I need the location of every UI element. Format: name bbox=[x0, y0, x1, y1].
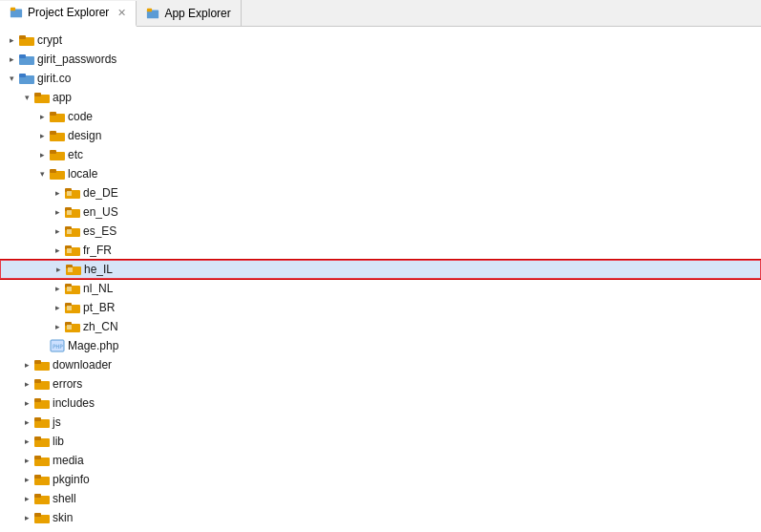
tree-item-code[interactable]: code bbox=[0, 107, 761, 126]
tree-arrow-shell[interactable] bbox=[19, 491, 34, 506]
tree-arrow-app[interactable] bbox=[19, 90, 34, 105]
tree-icon-nl_NL bbox=[65, 282, 80, 295]
tree-item-pt_BR[interactable]: pt_BR bbox=[0, 298, 761, 317]
tree-label-js: js bbox=[53, 415, 61, 429]
tree-item-downloader[interactable]: downloader bbox=[0, 355, 761, 374]
svg-rect-42 bbox=[67, 306, 72, 310]
svg-rect-22 bbox=[67, 191, 72, 196]
svg-rect-49 bbox=[34, 360, 41, 364]
tree-icon-lib bbox=[34, 435, 50, 448]
tree-label-app: app bbox=[53, 91, 72, 104]
tree-arrow-skin[interactable] bbox=[19, 510, 34, 525]
tree-item-shell[interactable]: shell bbox=[0, 489, 761, 508]
tree-item-errors[interactable]: errors bbox=[0, 374, 761, 394]
tree-item-girit.co[interactable]: girit.co bbox=[0, 69, 761, 88]
tree-icon-girit_passwords bbox=[19, 53, 34, 66]
tree-item-app[interactable]: app bbox=[0, 88, 761, 107]
tree-item-etc[interactable]: etc bbox=[0, 145, 761, 164]
svg-rect-28 bbox=[67, 229, 72, 234]
tree-icon-crypt bbox=[19, 33, 34, 47]
tree-item-media[interactable]: media bbox=[0, 451, 761, 470]
tree-arrow-lib[interactable] bbox=[19, 434, 34, 449]
tab-bar: Project Explorer ✕ App Explorer bbox=[0, 0, 761, 27]
tree-arrow-nl_NL[interactable] bbox=[50, 281, 65, 296]
tree-arrow-design[interactable] bbox=[34, 128, 50, 143]
tree-label-includes: includes bbox=[53, 396, 95, 410]
tree-arrow-locale[interactable] bbox=[34, 166, 50, 181]
tab-project-explorer-label: Project Explorer bbox=[28, 6, 109, 19]
tree-arrow-downloader[interactable] bbox=[19, 357, 34, 372]
tree-icon-errors bbox=[34, 377, 50, 391]
svg-rect-19 bbox=[50, 169, 56, 173]
tree-item-Mage.php[interactable]: PHP Mage.php bbox=[0, 336, 761, 355]
tree-label-zh_CN: zh_CN bbox=[83, 320, 118, 333]
tree-arrow-he_IL[interactable] bbox=[51, 262, 66, 277]
svg-rect-13 bbox=[50, 112, 56, 116]
tree-label-girit_passwords: girit_passwords bbox=[37, 53, 116, 66]
tree-item-lib[interactable]: lib bbox=[0, 432, 761, 451]
tree-arrow-zh_CN[interactable] bbox=[50, 319, 65, 334]
tree-icon-zh_CN bbox=[65, 320, 80, 333]
tree-label-code: code bbox=[68, 110, 93, 123]
tree-arrow-includes[interactable] bbox=[19, 395, 34, 411]
svg-rect-57 bbox=[34, 436, 41, 440]
tree-icon-fr_FR bbox=[65, 244, 80, 257]
tree-label-crypt: crypt bbox=[37, 33, 62, 47]
svg-rect-39 bbox=[67, 287, 72, 291]
tree-item-var[interactable]: var bbox=[0, 527, 761, 532]
tree-item-nl_NL[interactable]: nl_NL bbox=[0, 279, 761, 298]
tree-arrow-code[interactable] bbox=[34, 109, 50, 124]
tree-arrow-es_ES[interactable] bbox=[50, 223, 65, 239]
tree-item-zh_CN[interactable]: zh_CN bbox=[0, 317, 761, 336]
tree-arrow-pkginfo[interactable] bbox=[19, 472, 34, 487]
svg-rect-51 bbox=[34, 379, 41, 383]
svg-rect-25 bbox=[67, 210, 72, 215]
tree-arrow-errors[interactable] bbox=[19, 376, 34, 392]
tree-label-lib: lib bbox=[53, 435, 64, 448]
tree-arrow-girit_passwords[interactable] bbox=[4, 52, 19, 67]
tree-arrow-js[interactable] bbox=[19, 415, 34, 430]
tree-label-media: media bbox=[53, 454, 84, 467]
tree-item-fr_FR[interactable]: fr_FR bbox=[0, 241, 761, 260]
explorer-panel: crypt girit_passwords girit.co app code … bbox=[0, 27, 761, 532]
svg-rect-17 bbox=[50, 150, 56, 154]
tree-item-locale[interactable]: locale bbox=[0, 164, 761, 183]
tree-icon-locale bbox=[50, 167, 65, 181]
tree-item-includes[interactable]: includes bbox=[0, 394, 761, 413]
tree-item-he_IL[interactable]: he_IL bbox=[0, 260, 761, 279]
tree-item-crypt[interactable]: crypt bbox=[0, 31, 761, 50]
tree-container: crypt girit_passwords girit.co app code … bbox=[0, 27, 761, 532]
tree-arrow-de_DE[interactable] bbox=[50, 185, 65, 201]
tree-icon-pkginfo bbox=[34, 473, 50, 486]
tree-item-skin[interactable]: skin bbox=[0, 508, 761, 527]
tab-project-explorer[interactable]: Project Explorer ✕ bbox=[0, 1, 137, 27]
project-icon bbox=[10, 6, 23, 19]
tree-arrow-crypt[interactable] bbox=[4, 32, 19, 48]
svg-rect-53 bbox=[34, 398, 41, 402]
tree-item-en_US[interactable]: en_US bbox=[0, 202, 761, 222]
tab-close-icon[interactable]: ✕ bbox=[117, 7, 126, 19]
tree-arrow-en_US[interactable] bbox=[50, 204, 65, 220]
tree-label-de_DE: de_DE bbox=[83, 186, 118, 200]
tree-item-pkginfo[interactable]: pkginfo bbox=[0, 470, 761, 489]
tree-arrow-fr_FR[interactable] bbox=[50, 243, 65, 258]
tree-label-Mage.php: Mage.php bbox=[68, 339, 118, 352]
svg-rect-61 bbox=[34, 475, 41, 479]
tree-label-en_US: en_US bbox=[83, 205, 118, 219]
tree-item-js[interactable]: js bbox=[0, 413, 761, 432]
tab-app-explorer[interactable]: App Explorer bbox=[137, 0, 241, 26]
tree-arrow-etc[interactable] bbox=[34, 147, 50, 162]
svg-rect-59 bbox=[34, 456, 41, 459]
tree-arrow-pt_BR[interactable] bbox=[50, 300, 65, 315]
tree-item-de_DE[interactable]: de_DE bbox=[0, 183, 761, 202]
tree-item-girit_passwords[interactable]: girit_passwords bbox=[0, 50, 761, 69]
tree-arrow-media[interactable] bbox=[19, 453, 34, 468]
tree-arrow-girit.co[interactable] bbox=[4, 71, 19, 86]
tree-label-shell: shell bbox=[53, 492, 76, 505]
tree-item-es_ES[interactable]: es_ES bbox=[0, 222, 761, 241]
svg-rect-9 bbox=[19, 74, 26, 77]
svg-rect-3 bbox=[147, 8, 152, 11]
tree-item-design[interactable]: design bbox=[0, 126, 761, 145]
tree-icon-code bbox=[50, 110, 65, 123]
svg-rect-45 bbox=[67, 325, 72, 330]
